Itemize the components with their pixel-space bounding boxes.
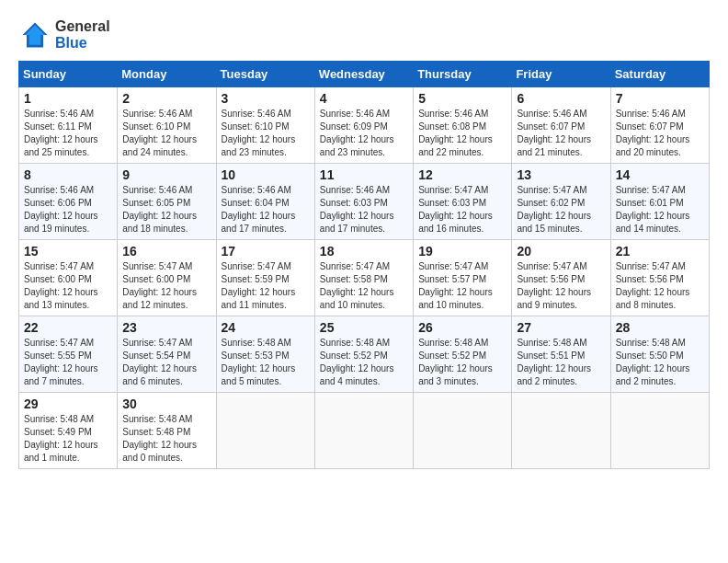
day-cell: 16 Sunrise: 5:47 AMSunset: 6:00 PMDaylig… — [118, 240, 216, 316]
day-cell: 29 Sunrise: 5:48 AMSunset: 5:49 PMDaylig… — [19, 393, 118, 469]
logo-icon — [18, 18, 51, 52]
day-cell: 1 Sunrise: 5:46 AMSunset: 6:11 PMDayligh… — [19, 87, 118, 164]
day-number: 22 — [24, 320, 112, 335]
day-cell: 9 Sunrise: 5:46 AMSunset: 6:05 PMDayligh… — [118, 164, 216, 240]
day-info: Sunrise: 5:46 AMSunset: 6:06 PMDaylight:… — [24, 185, 98, 234]
calendar-week: 1 Sunrise: 5:46 AMSunset: 6:11 PMDayligh… — [19, 87, 710, 164]
day-cell: 24 Sunrise: 5:48 AMSunset: 5:53 PMDaylig… — [216, 316, 314, 393]
empty-cell — [512, 393, 610, 469]
day-info: Sunrise: 5:48 AMSunset: 5:51 PMDaylight:… — [517, 338, 591, 386]
day-number: 30 — [122, 396, 210, 411]
day-cell: 28 Sunrise: 5:48 AMSunset: 5:50 PMDaylig… — [610, 316, 709, 393]
day-cell: 18 Sunrise: 5:47 AMSunset: 5:58 PMDaylig… — [314, 240, 413, 316]
day-cell: 19 Sunrise: 5:47 AMSunset: 5:57 PMDaylig… — [414, 240, 512, 316]
day-info: Sunrise: 5:47 AMSunset: 6:00 PMDaylight:… — [122, 261, 197, 310]
day-number: 4 — [320, 91, 408, 106]
day-cell: 5 Sunrise: 5:46 AMSunset: 6:08 PMDayligh… — [414, 87, 512, 164]
header-saturday: Saturday — [610, 62, 709, 87]
day-number: 9 — [122, 167, 210, 182]
day-cell: 15 Sunrise: 5:47 AMSunset: 6:00 PMDaylig… — [19, 240, 118, 316]
day-cell: 23 Sunrise: 5:47 AMSunset: 5:54 PMDaylig… — [118, 316, 216, 393]
day-cell: 25 Sunrise: 5:48 AMSunset: 5:52 PMDaylig… — [314, 316, 413, 393]
empty-cell — [414, 393, 512, 469]
day-info: Sunrise: 5:46 AMSunset: 6:07 PMDaylight:… — [517, 109, 591, 157]
day-cell: 7 Sunrise: 5:46 AMSunset: 6:07 PMDayligh… — [610, 87, 709, 164]
header-friday: Friday — [512, 62, 610, 87]
day-number: 23 — [122, 320, 210, 335]
calendar-week: 22 Sunrise: 5:47 AMSunset: 5:55 PMDaylig… — [19, 316, 710, 393]
header-thursday: Thursday — [414, 62, 512, 87]
day-number: 7 — [616, 91, 704, 106]
day-cell: 21 Sunrise: 5:47 AMSunset: 5:56 PMDaylig… — [610, 240, 709, 316]
day-number: 15 — [24, 244, 112, 259]
day-info: Sunrise: 5:46 AMSunset: 6:09 PMDaylight:… — [320, 109, 394, 157]
calendar-table: Sunday Monday Tuesday Wednesday Thursday… — [18, 61, 710, 469]
day-number: 28 — [616, 320, 704, 335]
day-number: 29 — [24, 396, 112, 411]
day-cell: 14 Sunrise: 5:47 AMSunset: 6:01 PMDaylig… — [610, 164, 709, 240]
day-cell: 13 Sunrise: 5:47 AMSunset: 6:02 PMDaylig… — [512, 164, 610, 240]
day-info: Sunrise: 5:47 AMSunset: 5:56 PMDaylight:… — [517, 261, 591, 310]
logo-text: General Blue — [55, 18, 110, 52]
day-number: 10 — [222, 167, 310, 182]
day-number: 14 — [616, 167, 704, 182]
logo: General Blue — [18, 18, 110, 52]
day-cell: 22 Sunrise: 5:47 AMSunset: 5:55 PMDaylig… — [19, 316, 118, 393]
day-number: 21 — [616, 244, 704, 259]
day-number: 18 — [320, 244, 408, 259]
day-cell: 30 Sunrise: 5:48 AMSunset: 5:48 PMDaylig… — [118, 393, 216, 469]
day-info: Sunrise: 5:48 AMSunset: 5:52 PMDaylight:… — [418, 338, 493, 386]
day-cell: 6 Sunrise: 5:46 AMSunset: 6:07 PMDayligh… — [512, 87, 610, 164]
day-info: Sunrise: 5:47 AMSunset: 6:01 PMDaylight:… — [616, 185, 690, 234]
empty-cell — [314, 393, 413, 469]
header-wednesday: Wednesday — [314, 62, 413, 87]
day-info: Sunrise: 5:48 AMSunset: 5:53 PMDaylight:… — [222, 338, 296, 386]
day-cell: 20 Sunrise: 5:47 AMSunset: 5:56 PMDaylig… — [512, 240, 610, 316]
calendar-week: 29 Sunrise: 5:48 AMSunset: 5:49 PMDaylig… — [19, 393, 710, 469]
day-number: 20 — [517, 244, 605, 259]
day-number: 27 — [517, 320, 605, 335]
day-info: Sunrise: 5:46 AMSunset: 6:07 PMDaylight:… — [616, 109, 690, 157]
day-number: 24 — [222, 320, 310, 335]
day-number: 12 — [418, 167, 506, 182]
day-info: Sunrise: 5:48 AMSunset: 5:48 PMDaylight:… — [122, 414, 197, 463]
day-number: 26 — [418, 320, 506, 335]
day-info: Sunrise: 5:47 AMSunset: 6:00 PMDaylight:… — [24, 261, 98, 310]
day-info: Sunrise: 5:46 AMSunset: 6:05 PMDaylight:… — [122, 185, 197, 234]
day-number: 2 — [122, 91, 210, 106]
day-cell: 8 Sunrise: 5:46 AMSunset: 6:06 PMDayligh… — [19, 164, 118, 240]
day-number: 13 — [517, 167, 605, 182]
day-number: 11 — [320, 167, 408, 182]
day-info: Sunrise: 5:48 AMSunset: 5:49 PMDaylight:… — [24, 414, 98, 463]
day-number: 16 — [122, 244, 210, 259]
header-tuesday: Tuesday — [216, 62, 314, 87]
day-info: Sunrise: 5:46 AMSunset: 6:08 PMDaylight:… — [418, 109, 493, 157]
header-monday: Monday — [118, 62, 216, 87]
day-info: Sunrise: 5:47 AMSunset: 5:57 PMDaylight:… — [418, 261, 493, 310]
day-number: 25 — [320, 320, 408, 335]
day-cell: 26 Sunrise: 5:48 AMSunset: 5:52 PMDaylig… — [414, 316, 512, 393]
day-cell: 17 Sunrise: 5:47 AMSunset: 5:59 PMDaylig… — [216, 240, 314, 316]
day-number: 17 — [222, 244, 310, 259]
day-cell: 4 Sunrise: 5:46 AMSunset: 6:09 PMDayligh… — [314, 87, 413, 164]
day-info: Sunrise: 5:47 AMSunset: 5:58 PMDaylight:… — [320, 261, 394, 310]
day-number: 1 — [24, 91, 112, 106]
header-sunday: Sunday — [19, 62, 118, 87]
empty-cell — [610, 393, 709, 469]
day-info: Sunrise: 5:47 AMSunset: 5:55 PMDaylight:… — [24, 338, 98, 386]
day-number: 8 — [24, 167, 112, 182]
day-cell: 3 Sunrise: 5:46 AMSunset: 6:10 PMDayligh… — [216, 87, 314, 164]
weekday-header-row: Sunday Monday Tuesday Wednesday Thursday… — [19, 62, 710, 87]
day-info: Sunrise: 5:47 AMSunset: 5:56 PMDaylight:… — [616, 261, 690, 310]
calendar-week: 8 Sunrise: 5:46 AMSunset: 6:06 PMDayligh… — [19, 164, 710, 240]
day-info: Sunrise: 5:46 AMSunset: 6:04 PMDaylight:… — [222, 185, 296, 234]
day-number: 6 — [517, 91, 605, 106]
empty-cell — [216, 393, 314, 469]
day-info: Sunrise: 5:46 AMSunset: 6:10 PMDaylight:… — [122, 109, 197, 157]
day-number: 19 — [418, 244, 506, 259]
day-info: Sunrise: 5:46 AMSunset: 6:03 PMDaylight:… — [320, 185, 394, 234]
day-info: Sunrise: 5:46 AMSunset: 6:10 PMDaylight:… — [222, 109, 296, 157]
day-info: Sunrise: 5:47 AMSunset: 6:03 PMDaylight:… — [418, 185, 493, 234]
day-info: Sunrise: 5:46 AMSunset: 6:11 PMDaylight:… — [24, 109, 98, 157]
day-number: 5 — [418, 91, 506, 106]
